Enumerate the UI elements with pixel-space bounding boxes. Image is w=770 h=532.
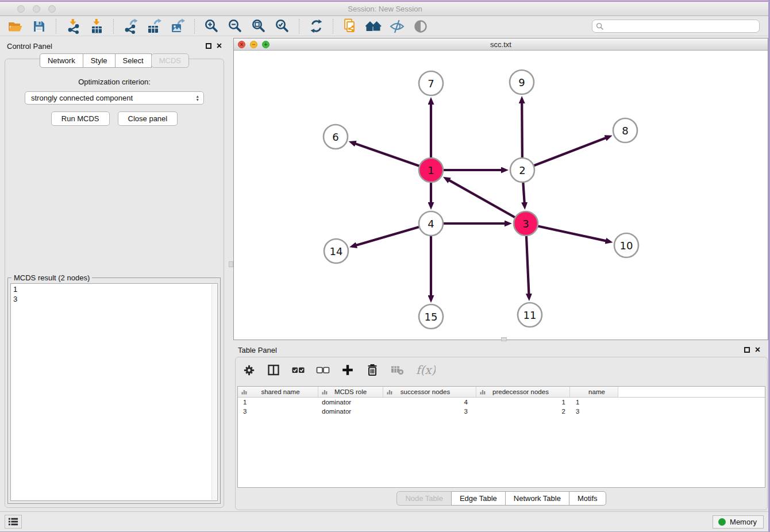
graph-node-10[interactable]: 10 [614, 233, 638, 257]
svg-text:8: 8 [622, 125, 628, 137]
main-titlebar: Session: New Session [0, 2, 770, 16]
close-panel-button[interactable]: Close panel [118, 111, 178, 126]
network-graph[interactable]: 7968124314101511 [234, 51, 768, 340]
run-mcds-button[interactable]: Run MCDS [51, 111, 110, 126]
task-history-button[interactable] [5, 515, 22, 529]
window-top-accent [0, 0, 770, 2]
graph-node-4[interactable]: 4 [419, 211, 443, 236]
tab-style[interactable]: Style [83, 53, 116, 68]
zoom-out-icon[interactable] [225, 18, 245, 35]
export-network-icon[interactable] [121, 18, 140, 35]
column-header-shared-name[interactable]: shared name [238, 387, 318, 397]
control-panel-float-button[interactable] [206, 43, 211, 49]
show-graphics-details-eye-icon[interactable] [411, 18, 430, 35]
first-neighbors-houses-icon[interactable] [364, 18, 383, 35]
tab-select[interactable]: Select [115, 53, 152, 68]
graph-node-7[interactable]: 7 [419, 71, 443, 95]
dropdown-stepper-icon: ▲▼ [194, 95, 201, 102]
graph-node-9[interactable]: 9 [510, 70, 534, 94]
tab-motifs[interactable]: Motifs [569, 491, 606, 506]
graph-node-1[interactable]: 1 [419, 158, 443, 182]
cell-name: 1 [570, 399, 618, 406]
svg-text:1: 1 [428, 164, 434, 176]
column-header-successor-nodes[interactable]: successor nodes [383, 387, 476, 397]
create-column-plus-icon[interactable] [341, 363, 355, 379]
column-header-predecessor-nodes[interactable]: predecessor nodes [476, 387, 570, 397]
save-session-icon[interactable] [29, 18, 49, 35]
table-row[interactable]: 3 dominator 3 2 3 [238, 407, 765, 416]
export-image-icon[interactable] [168, 18, 187, 35]
cell-shared-name: 1 [238, 399, 318, 406]
svg-text:7: 7 [428, 78, 434, 90]
show-column-icon[interactable] [267, 363, 280, 379]
network-window: × − + scc.txt 7968124314101511 [233, 38, 768, 340]
export-table-icon[interactable] [144, 18, 164, 35]
cell-predecessor-nodes: 1 [476, 399, 570, 406]
table-settings-gear-icon[interactable] [242, 364, 256, 379]
network-window-title: scc.txt [490, 40, 511, 49]
graph-edge-3-1[interactable] [449, 180, 526, 223]
toolbar-separator [56, 19, 56, 34]
import-network-icon[interactable] [63, 18, 83, 35]
table-panel-title: Table Panel [238, 346, 277, 354]
svg-text:4: 4 [428, 218, 434, 230]
search-input[interactable] [607, 22, 756, 30]
table-toolbar: f(x) [242, 361, 761, 381]
column-type-icon [387, 389, 392, 395]
select-all-columns-icon[interactable] [291, 363, 305, 379]
tab-network[interactable]: Network [40, 53, 83, 68]
cell-successor-nodes: 4 [383, 399, 476, 406]
hide-graphics-details-icon[interactable] [387, 18, 407, 35]
graph-edge-2-8[interactable] [522, 138, 606, 170]
graph-node-3[interactable]: 3 [514, 211, 538, 236]
result-line: 1 [13, 284, 215, 294]
memory-button[interactable]: Memory [713, 515, 764, 529]
tab-node-table[interactable]: Node Table [396, 491, 452, 506]
toolbar-separator [299, 19, 299, 34]
tab-mcds[interactable]: MCDS [151, 53, 189, 68]
zoom-fit-icon[interactable] [249, 18, 268, 35]
apply-layout-icon[interactable] [306, 18, 326, 35]
graph-node-6[interactable]: 6 [324, 125, 348, 149]
zoom-in-icon[interactable] [202, 18, 221, 35]
network-splitter-handle[interactable] [501, 337, 507, 341]
zoom-window-button[interactable] [48, 5, 56, 13]
open-session-icon[interactable] [6, 18, 25, 35]
network-close-button[interactable]: × [238, 41, 245, 48]
control-panel-close-button[interactable]: × [217, 43, 222, 49]
svg-text:6: 6 [332, 131, 338, 143]
network-minimize-button[interactable]: − [250, 41, 257, 48]
column-header-mcds-role[interactable]: MCDS role [318, 387, 383, 397]
close-window-button[interactable] [17, 5, 25, 13]
graph-node-11[interactable]: 11 [518, 303, 542, 327]
criterion-dropdown[interactable]: strongly connected component ▲▼ [25, 91, 204, 105]
panel-splitter-handle[interactable] [229, 261, 233, 267]
import-table-icon[interactable] [87, 18, 106, 35]
svg-text:9: 9 [518, 76, 525, 88]
tab-network-table[interactable]: Network Table [505, 491, 569, 506]
cell-name: 3 [570, 408, 618, 415]
svg-text:10: 10 [620, 240, 633, 252]
delete-table-icon [390, 364, 404, 379]
zoom-selected-icon[interactable] [272, 18, 292, 35]
graph-node-2[interactable]: 2 [510, 158, 534, 182]
deselect-all-columns-icon[interactable] [316, 363, 330, 379]
column-type-icon [241, 389, 247, 395]
delete-column-trash-icon[interactable] [365, 363, 379, 379]
new-network-from-selection-icon[interactable] [340, 18, 360, 35]
result-scrollbar[interactable] [211, 284, 217, 500]
table-row[interactable]: 1 dominator 4 1 1 [238, 398, 765, 407]
tab-edge-table[interactable]: Edge Table [451, 491, 506, 506]
minimize-window-button[interactable] [33, 5, 40, 13]
network-canvas-area[interactable]: 7968124314101511 [234, 51, 768, 340]
svg-text:f(x): f(x) [416, 363, 436, 377]
column-header-name[interactable]: name [570, 387, 618, 397]
table-panel-close-button[interactable]: × [755, 346, 760, 353]
graph-node-14[interactable]: 14 [324, 239, 348, 263]
network-maximize-button[interactable]: + [262, 41, 270, 48]
graph-node-8[interactable]: 8 [613, 118, 637, 142]
mcds-result-text[interactable]: 1 3 [10, 283, 218, 501]
criterion-value: strongly connected component [31, 94, 133, 102]
graph-node-15[interactable]: 15 [419, 304, 443, 329]
table-panel-float-button[interactable] [744, 347, 750, 353]
